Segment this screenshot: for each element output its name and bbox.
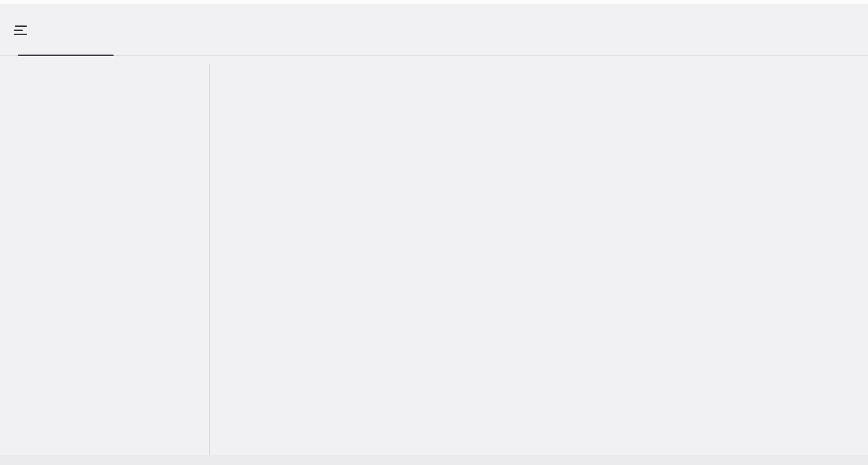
column-divider (209, 64, 210, 455)
timeline-icon (14, 24, 27, 36)
tab-timeline[interactable] (14, 4, 34, 55)
timeline-page (0, 0, 868, 465)
active-tab-underline (18, 55, 114, 56)
bottom-strip (0, 455, 868, 465)
header-bar (0, 4, 868, 56)
top-strip (0, 0, 868, 4)
